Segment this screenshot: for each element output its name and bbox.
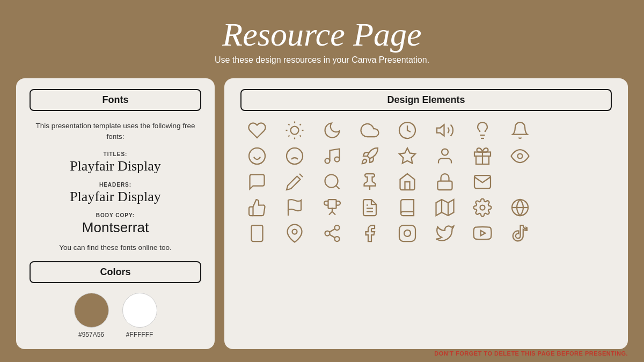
colors-label: Colors — [100, 267, 130, 277]
svg-rect-33 — [328, 200, 336, 209]
fonts-section-header: Fonts — [30, 89, 201, 111]
empty-icon-5 — [503, 172, 537, 191]
frown-icon — [278, 146, 311, 166]
cloud-icon — [353, 121, 386, 140]
design-elements-label: Design Elements — [387, 94, 465, 105]
svg-point-39 — [480, 205, 485, 210]
svg-point-25 — [518, 154, 523, 159]
star-icon — [391, 146, 424, 166]
phone-icon — [240, 224, 274, 243]
svg-line-8 — [300, 124, 301, 125]
empty-icon-10 — [541, 224, 574, 243]
svg-point-16 — [287, 148, 303, 164]
headers-font-entry: HEADERS: Playfair Display — [30, 182, 201, 205]
svg-rect-50 — [399, 225, 415, 241]
titles-font-name: Playfair Display — [30, 158, 201, 174]
lightbulb-icon — [466, 121, 499, 140]
empty-icon-2 — [579, 121, 612, 140]
location-icon — [278, 224, 311, 243]
empty-icon-3 — [541, 146, 574, 166]
svg-rect-30 — [438, 181, 452, 190]
svg-line-7 — [288, 136, 289, 137]
facebook-icon — [353, 224, 386, 243]
color-swatch-white: #FFFFFF — [122, 293, 157, 338]
bell-icon — [503, 121, 537, 140]
icons-grid — [240, 121, 612, 243]
body-font-entry: BODY COPY: Montserrat — [30, 212, 201, 236]
svg-line-28 — [336, 186, 340, 189]
svg-point-13 — [249, 148, 265, 164]
svg-marker-21 — [399, 148, 415, 164]
youtube-icon — [466, 224, 499, 243]
book-icon — [391, 198, 424, 217]
fonts-description: This presentation template uses the foll… — [30, 121, 201, 143]
svg-line-3 — [288, 124, 289, 125]
moon-icon — [316, 121, 349, 140]
gift-icon — [466, 146, 499, 166]
svg-point-44 — [292, 230, 297, 234]
colors-section-header: Colors — [30, 261, 201, 283]
body-label: BODY COPY: — [30, 212, 201, 218]
svg-point-22 — [442, 149, 448, 156]
headers-font-name: Playfair Display — [30, 189, 201, 205]
empty-icon-7 — [579, 172, 612, 191]
svg-rect-42 — [252, 225, 263, 241]
colors-section: Colors #957A56 #FFFFFF — [30, 261, 201, 338]
svg-line-49 — [330, 229, 335, 232]
sun-icon — [278, 121, 311, 140]
svg-marker-36 — [436, 200, 454, 216]
svg-point-47 — [335, 237, 340, 241]
headers-label: HEADERS: — [30, 182, 201, 188]
color-hex-tan: #957A56 — [78, 331, 104, 338]
svg-point-0 — [291, 127, 299, 135]
page-header: Resource Page Use these design resources… — [0, 0, 644, 73]
fonts-note: You can find these fonts online too. — [30, 243, 201, 252]
clock-icon — [391, 121, 424, 140]
page-subtitle: Use these design resources in your Canva… — [0, 55, 644, 65]
pin-icon — [353, 172, 386, 191]
color-swatches: #957A56 #FFFFFF — [30, 293, 201, 338]
empty-icon-8 — [541, 198, 574, 217]
empty-icon-11 — [579, 224, 612, 243]
page-title: Resource Page — [0, 16, 644, 53]
eye-icon — [503, 146, 537, 166]
content-area: Fonts This presentation template uses th… — [0, 78, 644, 349]
person-icon — [428, 146, 462, 166]
svg-point-45 — [335, 225, 340, 230]
smile-icon — [240, 146, 274, 166]
mail-icon — [466, 172, 499, 191]
flag-icon — [278, 198, 311, 217]
rocket-icon — [353, 146, 386, 166]
trophy-icon — [316, 198, 349, 217]
twitter-icon — [428, 224, 462, 243]
megaphone-icon — [428, 121, 462, 140]
svg-point-27 — [325, 175, 338, 188]
fonts-label: Fonts — [103, 94, 129, 105]
svg-marker-52 — [481, 231, 486, 236]
design-elements-header: Design Elements — [240, 89, 612, 111]
instagram-icon — [391, 224, 424, 243]
home-icon — [391, 172, 424, 191]
svg-marker-10 — [437, 125, 444, 136]
svg-point-20 — [335, 157, 340, 162]
svg-line-48 — [330, 234, 335, 238]
tiktok-icon — [503, 224, 537, 243]
document-icon — [353, 198, 386, 217]
svg-line-4 — [300, 136, 301, 137]
empty-icon-9 — [579, 198, 612, 217]
lock-icon — [428, 172, 462, 191]
color-swatch-tan: #957A56 — [74, 293, 109, 338]
color-hex-white: #FFFFFF — [126, 331, 153, 338]
bottom-note: DON'T FORGET TO DELETE THIS PAGE BEFORE … — [434, 350, 628, 357]
empty-icon-6 — [541, 172, 574, 191]
pencil-icon — [278, 172, 311, 191]
body-font-name: Montserrat — [30, 219, 201, 236]
chat-icon — [240, 172, 274, 191]
heart-icon — [240, 121, 274, 140]
globe-icon — [503, 198, 537, 217]
map-icon — [428, 198, 462, 217]
color-circle-tan — [74, 293, 109, 328]
settings-icon — [466, 198, 499, 217]
left-panel: Fonts This presentation template uses th… — [16, 78, 215, 349]
color-circle-white — [122, 293, 157, 328]
